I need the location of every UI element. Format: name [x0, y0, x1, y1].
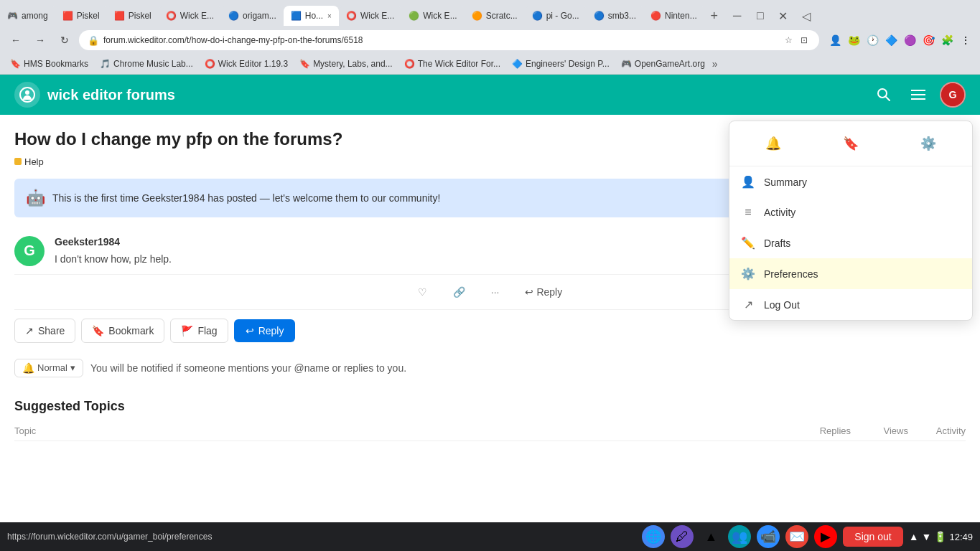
category-dot [14, 158, 22, 165]
new-tab-button[interactable]: + [704, 6, 724, 26]
notification-level-select[interactable]: 🔔 Normal ▾ [14, 359, 83, 377]
minimize-button[interactable]: ─ [727, 6, 747, 26]
suggested-topics: Suggested Topics Topic Replies Views Act… [14, 385, 966, 456]
bookmark-mystery-icon: 🔖 [299, 59, 310, 69]
contacts-taskbar-icon[interactable]: 👥 [728, 525, 751, 548]
link-icon: 🔗 [453, 286, 465, 298]
bookmark-wickforum[interactable]: ⭕ The Wick Editor For... [400, 57, 505, 70]
window-controls: ─ □ ✕ ◁ [727, 6, 816, 26]
tab-piskel1[interactable]: 🟥 Piskel [55, 6, 107, 26]
post-reply-button[interactable]: ↩ Reply [518, 282, 569, 302]
status-bar: https://forum.wickeditor.com/u/gamer_boi… [0, 522, 980, 551]
bookmark-icon: 🔖 [92, 325, 104, 336]
dropdown-bell-button[interactable]: 🔔 [738, 130, 808, 157]
forum-logo[interactable]: wick editor forums [14, 82, 175, 108]
ext-wick-icon[interactable]: 🎯 [920, 32, 937, 49]
youtube-taskbar-icon[interactable]: ▶ [814, 525, 837, 548]
bookmark-wickeditor[interactable]: ⭕ Wick Editor 1.19.3 [200, 57, 292, 70]
ext-more-icon[interactable]: ⋮ [957, 32, 974, 49]
taskbar-right: 🌐 🖊 ▲ 👥 📹 ✉️ ▶ Sign out ▲ ▼ 🔋 12:49 [642, 525, 973, 548]
ext-purple-icon[interactable]: 🟣 [901, 32, 918, 49]
tab-wick3[interactable]: 🟢 Wick E... [401, 6, 464, 26]
tab-label-wick2: Wick E... [360, 11, 394, 21]
like-button[interactable]: ♡ [411, 282, 434, 302]
tab-among[interactable]: 🎮 among [0, 6, 55, 26]
views-col-header: Views [851, 425, 908, 436]
forward-button[interactable]: → [30, 30, 50, 50]
bookmark-hms[interactable]: 🔖 HMS Bookmarks [6, 57, 93, 70]
dropdown-preferences-item[interactable]: ⚙️ Preferences [729, 258, 972, 289]
avatar-letter: G [24, 242, 35, 259]
url-text: forum.wickeditor.com/t/how-do-i-change-m… [103, 35, 778, 45]
chrome-taskbar-icon[interactable]: 🌐 [642, 525, 665, 548]
wifi-icon: ▼ [922, 531, 932, 542]
close-button[interactable]: ✕ [773, 6, 793, 26]
svg-point-1 [25, 90, 29, 95]
share-button[interactable]: ↗ Share [14, 319, 75, 343]
tab-smb3[interactable]: 🔵 smb3... [587, 6, 643, 26]
bookmark-mystery[interactable]: 🔖 Mystery, Labs, and... [295, 57, 397, 70]
maximize-button[interactable]: □ [750, 6, 770, 26]
tab-label-among: among [22, 11, 48, 21]
suggested-topics-title: Suggested Topics [14, 399, 966, 414]
summary-label: Summary [764, 176, 961, 188]
tab-nintendo[interactable]: 🔴 Ninten... [643, 6, 704, 26]
url-bar[interactable]: 🔒 forum.wickeditor.com/t/how-do-i-change… [79, 30, 819, 50]
pip-icon[interactable]: ⊡ [798, 34, 811, 47]
bottom-reply-button[interactable]: ↩ Reply [234, 319, 296, 342]
tab-wick1[interactable]: ⭕ Wick E... [159, 6, 221, 26]
share-label: Share [38, 325, 65, 336]
quill-taskbar-icon[interactable]: 🖊 [671, 525, 694, 548]
dropdown-logout-item[interactable]: ↗ Log Out [729, 289, 972, 320]
bookmark-engineers-label: Engineers' Design P... [526, 59, 610, 69]
dropdown-activity-item[interactable]: ≡ Activity [729, 197, 972, 227]
link-button[interactable]: 🔗 [446, 282, 472, 302]
tab-label-pi: pi - Go... [546, 11, 579, 21]
tab-origami[interactable]: 🔵 origam... [221, 6, 284, 26]
drive-taskbar-icon[interactable]: ▲ [699, 525, 722, 548]
ext-frog-icon[interactable]: 🐸 [845, 32, 862, 49]
bookmark-star-icon[interactable]: ☆ [782, 34, 795, 47]
tab-close-icon[interactable]: × [327, 12, 332, 20]
user-avatar[interactable]: G [940, 82, 966, 108]
dropdown-summary-item[interactable]: 👤 Summary [729, 166, 972, 197]
bookmarks-bar: 🔖 HMS Bookmarks 🎵 Chrome Music Lab... ⭕ … [0, 55, 980, 75]
flag-icon: 🚩 [181, 325, 193, 336]
drafts-icon: ✏️ [741, 236, 755, 250]
ext-blue-icon[interactable]: 🔷 [882, 32, 900, 49]
tab-favicon-scratch: 🟠 [472, 11, 482, 21]
tab-piskel2[interactable]: 🟥 Piskel [107, 6, 159, 26]
more-actions-button[interactable]: ··· [484, 282, 507, 302]
bookmark-musiclab[interactable]: 🎵 Chrome Music Lab... [95, 57, 197, 70]
tab-wick2[interactable]: ⭕ Wick E... [339, 6, 401, 26]
bookmark-button[interactable]: 🔖 Bookmark [81, 319, 164, 343]
back-button[interactable]: ← [6, 30, 26, 50]
reload-button[interactable]: ↻ [55, 30, 75, 50]
dropdown-bookmark-button[interactable]: 🔖 [816, 130, 886, 157]
post-category: Help [14, 156, 44, 167]
tab-scratch[interactable]: 🟠 Scratc... [465, 6, 525, 26]
ext-puzzle-icon[interactable]: 🧩 [938, 32, 956, 49]
tab-forum-active[interactable]: 🟦 Ho... × [284, 6, 339, 26]
gmail-taskbar-icon[interactable]: ✉️ [785, 525, 808, 548]
bookmarks-more-chevron[interactable]: » [712, 58, 718, 70]
secure-icon: 🔒 [88, 35, 99, 46]
dropdown-gear-button[interactable]: ⚙️ [893, 130, 963, 157]
flag-button[interactable]: 🚩 Flag [170, 319, 228, 343]
bookmark-engineers[interactable]: 🔷 Engineers' Design P... [508, 57, 614, 70]
ext-accounts-icon[interactable]: 👤 [826, 32, 844, 49]
header-actions: G [871, 82, 966, 108]
drafts-label: Drafts [764, 237, 961, 249]
sidebar-toggle-button[interactable]: ◁ [796, 6, 816, 26]
ext-history-icon[interactable]: 🕐 [864, 32, 881, 49]
bookmark-opengame[interactable]: 🎮 OpenGameArt.org [617, 57, 709, 70]
bookmark-wickeditor-label: Wick Editor 1.19.3 [218, 59, 288, 69]
tab-favicon-smb3: 🔵 [594, 11, 604, 21]
search-button[interactable] [871, 82, 897, 108]
dropdown-drafts-item[interactable]: ✏️ Drafts [729, 227, 972, 258]
tab-favicon-piskel1: 🟥 [62, 11, 73, 21]
sign-out-button[interactable]: Sign out [843, 527, 902, 547]
tab-pi[interactable]: 🔵 pi - Go... [525, 6, 587, 26]
zoom-taskbar-icon[interactable]: 📹 [757, 525, 780, 548]
hamburger-menu-button[interactable] [905, 82, 931, 108]
